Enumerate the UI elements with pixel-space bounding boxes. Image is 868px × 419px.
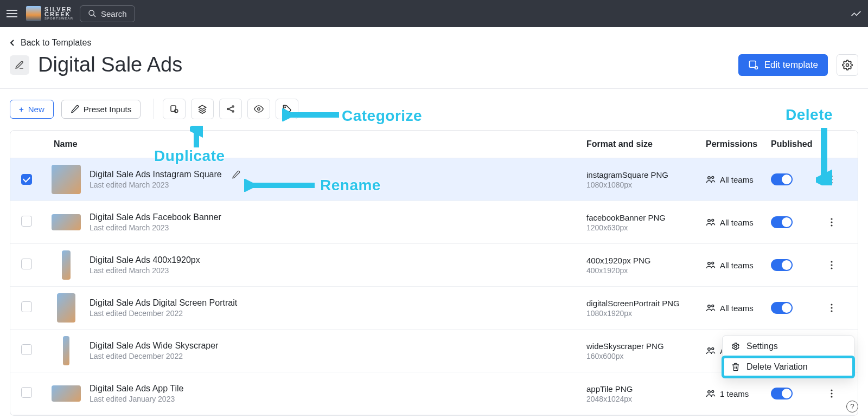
col-header-published[interactable]: Published: [771, 139, 825, 149]
svg-point-12: [708, 177, 711, 179]
people-icon: [706, 260, 716, 270]
row-checkbox[interactable]: [21, 216, 32, 227]
svg-point-24: [831, 261, 832, 262]
svg-point-39: [831, 389, 832, 391]
row-size: 1080x1080px: [586, 181, 706, 189]
row-thumbnail[interactable]: [52, 385, 81, 402]
people-icon: [706, 303, 716, 313]
svg-point-3: [755, 66, 757, 69]
row-checkbox[interactable]: [21, 344, 32, 355]
svg-point-13: [712, 176, 714, 178]
published-toggle[interactable]: [771, 216, 793, 228]
row-format: instagramSquare PNG: [586, 170, 706, 179]
back-link-label: Back to Templates: [21, 38, 91, 48]
svg-point-21: [831, 224, 832, 226]
row-thumbnail[interactable]: [52, 214, 81, 230]
svg-point-23: [712, 262, 714, 264]
row-thumbnail[interactable]: [63, 336, 69, 365]
row-format: digitalScreenPortrait PNG: [586, 299, 706, 308]
svg-point-31: [831, 310, 832, 312]
row-name-label: Digital Sale Ads Digital Screen Portrait: [90, 298, 237, 308]
analytics-icon[interactable]: [851, 8, 861, 19]
row-thumbnail[interactable]: [52, 165, 81, 194]
row-menu-icon[interactable]: [825, 216, 838, 229]
new-button[interactable]: + New: [10, 100, 54, 119]
col-header-name[interactable]: Name: [43, 139, 586, 149]
search-button[interactable]: Search: [80, 5, 135, 22]
trash-icon: [731, 363, 740, 371]
dropdown-settings[interactable]: Settings: [723, 336, 854, 357]
share-icon[interactable]: [219, 99, 242, 119]
row-menu-icon[interactable]: [825, 301, 838, 314]
edit-template-label: Edit template: [764, 60, 818, 70]
row-edited-label: Last edited March 2023: [90, 223, 586, 232]
preview-icon[interactable]: [247, 99, 270, 119]
back-to-templates[interactable]: Back to Templates: [10, 27, 91, 51]
edit-title-icon[interactable]: [10, 55, 29, 75]
row-edited-label: Last edited March 2023: [90, 181, 586, 189]
table-row[interactable]: Digital Sale Ads Facebook BannerLast edi…: [10, 201, 858, 244]
row-checkbox[interactable]: [21, 387, 32, 398]
published-toggle[interactable]: [771, 173, 793, 185]
edit-template-button[interactable]: Edit template: [738, 54, 828, 76]
svg-point-17: [708, 220, 711, 222]
preset-inputs-button[interactable]: Preset Inputs: [61, 100, 141, 119]
published-toggle[interactable]: [771, 302, 793, 314]
dropdown-settings-label: Settings: [746, 341, 778, 351]
dropdown-delete-label: Delete Variation: [746, 362, 808, 372]
gear-icon: [731, 342, 740, 351]
row-menu-icon[interactable]: [825, 259, 838, 272]
published-toggle[interactable]: [771, 259, 793, 271]
people-icon: [706, 217, 716, 227]
svg-point-42: [735, 345, 737, 347]
brand-text: SILVER CREEK SPORTSWEAR: [44, 7, 73, 20]
row-permissions[interactable]: All teams: [706, 175, 771, 184]
tag-icon[interactable]: [276, 99, 298, 119]
row-checkbox[interactable]: [21, 259, 32, 269]
row-format: facebookBanner PNG: [586, 213, 706, 222]
row-size: 1200x630px: [586, 223, 706, 232]
table-row[interactable]: Digital Sale Ads Instagram SquareLast ed…: [10, 158, 858, 201]
rename-icon[interactable]: [232, 170, 240, 179]
people-icon: [706, 346, 716, 356]
row-name-label: Digital Sale Ads Facebook Banner: [90, 212, 221, 222]
row-menu-icon[interactable]: [825, 173, 838, 186]
row-permissions[interactable]: All teams: [706, 303, 771, 313]
row-thumbnail[interactable]: [62, 250, 71, 280]
col-header-permissions[interactable]: Permissions: [706, 139, 771, 149]
row-checkbox[interactable]: [21, 301, 32, 312]
row-permissions[interactable]: All teams: [706, 260, 771, 270]
row-size: 2048x1024px: [586, 395, 706, 403]
gear-icon: [842, 60, 853, 70]
svg-point-38: [712, 390, 714, 392]
action-copy-icon[interactable]: [163, 99, 186, 119]
col-header-format[interactable]: Format and size: [586, 139, 706, 149]
settings-icon-button[interactable]: [837, 54, 858, 76]
published-toggle[interactable]: [771, 388, 793, 399]
brand-logo[interactable]: SILVER CREEK SPORTSWEAR: [26, 6, 73, 21]
brand-mark-icon: [26, 6, 41, 21]
title-row: Digital Sale Ads Edit template: [10, 51, 858, 88]
row-permissions[interactable]: All teams: [706, 217, 771, 227]
svg-point-40: [831, 392, 832, 394]
page-title: Digital Sale Ads: [38, 53, 182, 76]
svg-point-33: [712, 347, 714, 350]
duplicate-icon[interactable]: [191, 99, 214, 119]
table-row[interactable]: Digital Sale Ads App TileLast edited Jan…: [10, 372, 858, 415]
row-edited-label: Last edited January 2023: [90, 395, 586, 403]
svg-point-28: [712, 305, 714, 307]
table-row[interactable]: Digital Sale Ads Digital Screen Portrait…: [10, 287, 858, 330]
plus-icon: +: [19, 105, 24, 114]
dropdown-delete-variation[interactable]: Delete Variation: [723, 357, 854, 377]
row-format: 400x1920px PNG: [586, 256, 706, 265]
row-menu-icon[interactable]: [825, 387, 838, 400]
help-icon[interactable]: ?: [846, 401, 858, 412]
table-row[interactable]: Digital Sale Ads 400x1920pxLast edited M…: [10, 244, 858, 287]
row-thumbnail[interactable]: [57, 293, 75, 323]
row-name-label: Digital Sale Ads 400x1920px: [90, 255, 200, 265]
row-checkbox[interactable]: [21, 174, 32, 185]
row-permissions[interactable]: 1 teams: [706, 389, 771, 398]
menu-icon[interactable]: [7, 7, 20, 20]
svg-point-37: [708, 391, 711, 394]
svg-point-30: [831, 307, 832, 308]
